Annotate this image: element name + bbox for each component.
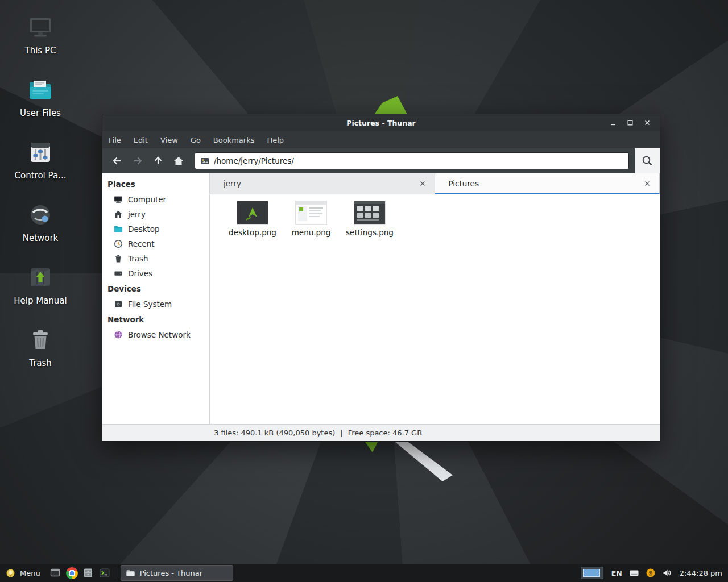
show-desktop-button[interactable] <box>47 564 64 582</box>
help-manual-icon <box>27 264 54 291</box>
sidebar-item-jerry[interactable]: jerry <box>102 207 209 222</box>
tab-label: Pictures <box>449 179 479 188</box>
desktop-icon-column: This PC User Files Control Pa... <box>9 14 72 389</box>
file-name: settings.png <box>346 228 394 237</box>
sidebar-item-label: File System <box>128 300 172 309</box>
file-settings-png[interactable]: settings.png <box>341 201 398 237</box>
tab-label: jerry <box>224 179 241 188</box>
trash-icon <box>27 326 54 354</box>
file-desktop-png[interactable]: desktop.png <box>224 201 281 237</box>
web-browser-launcher[interactable] <box>64 564 80 582</box>
folder-icon <box>114 225 123 234</box>
file-manager-launcher[interactable] <box>80 564 97 582</box>
menu-go[interactable]: Go <box>184 131 207 148</box>
window-title: Pictures - Thunar <box>102 119 660 127</box>
sidebar-item-drives[interactable]: Drives <box>102 266 209 281</box>
tab-bar: jerry Pictures <box>210 173 660 194</box>
sidebar-item-label: Trash <box>128 254 148 263</box>
path-text: /home/jerry/Pictures/ <box>214 156 294 165</box>
menu-bookmarks[interactable]: Bookmarks <box>207 131 261 148</box>
menu-button-label: Menu <box>20 569 40 577</box>
desktop-icon-label: This PC <box>25 45 56 56</box>
close-button[interactable] <box>640 116 654 130</box>
path-bar[interactable]: /home/jerry/Pictures/ <box>195 152 629 169</box>
desktop-icon-control-panel[interactable]: Control Pa... <box>9 139 72 201</box>
close-icon <box>644 181 650 186</box>
home-icon <box>114 210 123 219</box>
desktop-icon-help-manual[interactable]: Help Manual <box>9 264 72 326</box>
image-icon <box>200 156 209 165</box>
file-menu-png[interactable]: menu.png <box>283 201 340 237</box>
status-bar: 3 files: 490.1 kB (490,050 bytes) | Free… <box>102 424 660 441</box>
window-body: Places Computer jerry <box>102 173 660 424</box>
desktop-icon-user-files[interactable]: User Files <box>9 76 72 139</box>
tab-close-button[interactable] <box>417 178 428 189</box>
taskbar-window-button[interactable]: Pictures - Thunar <box>121 565 233 581</box>
globe-icon <box>114 330 123 339</box>
side-pane: Places Computer jerry <box>102 173 210 424</box>
menu-edit[interactable]: Edit <box>127 131 154 148</box>
desktop-icon-label: User Files <box>20 108 61 118</box>
search-button[interactable] <box>635 148 660 173</box>
keyboard-icon <box>629 568 639 578</box>
tab-jerry[interactable]: jerry <box>210 173 435 194</box>
maximize-icon <box>627 119 634 126</box>
window-controls <box>606 116 660 130</box>
tab-close-button[interactable] <box>642 178 652 189</box>
forward-button[interactable] <box>127 151 148 171</box>
desktop-icon-trash[interactable]: Trash <box>9 326 72 389</box>
tab-pictures[interactable]: Pictures <box>435 173 660 194</box>
menu-icon <box>6 568 15 578</box>
workspace-window-preview <box>583 569 600 577</box>
terminal-launcher[interactable] <box>97 564 113 582</box>
file-view[interactable]: desktop.png menu.png <box>210 194 660 424</box>
keyboard-layout-indicator[interactable]: EN <box>611 569 622 577</box>
menu-bar: File Edit View Go Bookmarks Help <box>102 131 660 148</box>
desktop-icon-network[interactable]: Network <box>9 201 72 264</box>
menu-help[interactable]: Help <box>260 131 290 148</box>
drive-icon <box>114 269 123 278</box>
workspace-switcher[interactable] <box>581 567 603 579</box>
terminal-icon <box>99 567 110 579</box>
sidebar-item-label: Browse Network <box>128 330 191 339</box>
display-tray-icon[interactable] <box>628 564 640 582</box>
volume-icon <box>662 568 672 578</box>
sidebar-item-label: jerry <box>128 210 146 219</box>
sidebar-item-computer[interactable]: Computer <box>102 192 209 207</box>
sidebar-item-trash[interactable]: Trash <box>102 251 209 266</box>
clock[interactable]: 2:44:28 pm <box>680 569 722 577</box>
volume-tray-icon[interactable] <box>661 564 673 582</box>
minimize-button[interactable] <box>606 116 620 130</box>
notification-tray-icon[interactable] <box>644 564 657 582</box>
desktop-icon-this-pc[interactable]: This PC <box>9 14 72 76</box>
back-button[interactable] <box>107 151 127 171</box>
sidebar-item-desktop[interactable]: Desktop <box>102 222 209 236</box>
sidebar-item-file-system[interactable]: File System <box>102 297 209 311</box>
close-icon <box>420 181 425 186</box>
applications-menu-button[interactable]: Menu <box>0 564 47 582</box>
desktop-icon-label: Network <box>23 233 59 243</box>
sidebar-header-places: Places <box>102 176 209 192</box>
home-icon <box>173 155 184 167</box>
window-titlebar[interactable]: Pictures - Thunar <box>102 114 660 131</box>
home-button[interactable] <box>168 151 189 171</box>
maximize-button[interactable] <box>623 116 637 130</box>
desktop-icon-label: Help Manual <box>14 296 67 306</box>
sidebar-item-browse-network[interactable]: Browse Network <box>102 327 209 342</box>
menu-view[interactable]: View <box>154 131 184 148</box>
sidebar-item-recent[interactable]: Recent <box>102 236 209 251</box>
computer-icon <box>114 195 123 204</box>
taskbar-window-label: Pictures - Thunar <box>140 569 202 577</box>
menu-file[interactable]: File <box>102 131 127 148</box>
network-globe-icon <box>27 201 54 228</box>
desktop-icon-label: Control Pa... <box>15 171 67 181</box>
main-column: jerry Pictures <box>210 173 660 424</box>
image-thumbnail <box>296 201 326 224</box>
sidebar-header-devices: Devices <box>102 281 209 297</box>
browser-icon <box>66 567 78 579</box>
file-name: menu.png <box>292 228 331 237</box>
sidebar-item-label: Recent <box>128 239 155 248</box>
toolbar: /home/jerry/Pictures/ <box>102 148 660 173</box>
up-button[interactable] <box>148 151 168 171</box>
sidebar-item-label: Computer <box>128 195 166 204</box>
